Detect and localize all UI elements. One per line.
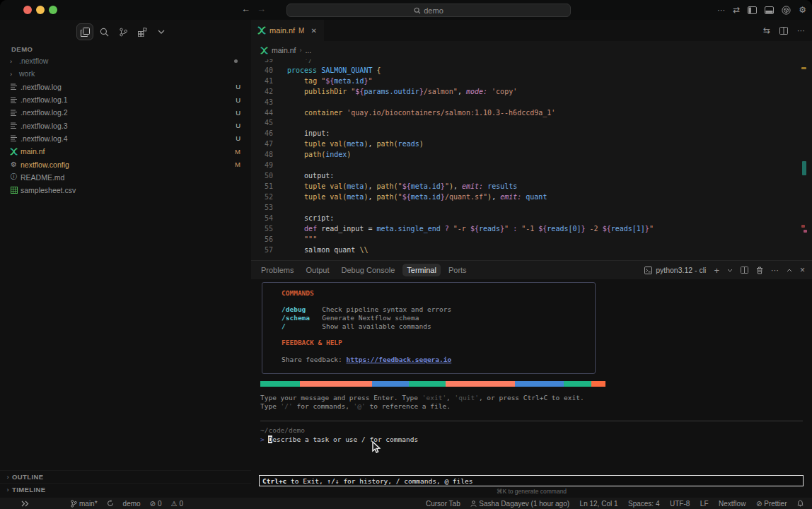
panel-close-icon[interactable]: × (800, 265, 805, 275)
code-line-49: 49 (251, 160, 812, 170)
new-terminal-icon[interactable]: + (714, 265, 719, 276)
outline-section[interactable]: ›OUTLINE (0, 470, 251, 483)
status-sync[interactable] (107, 500, 114, 507)
traffic-light-close[interactable] (23, 6, 32, 14)
config-gear-icon: ⚙ (11, 160, 17, 168)
panel-tab-terminal[interactable]: Terminal (402, 264, 441, 276)
status-lf[interactable]: LF (700, 500, 709, 508)
cube-icon[interactable] (782, 6, 791, 15)
overview-mark-red1 (801, 225, 805, 228)
git-badge: U (236, 134, 240, 142)
panel-tab-ports[interactable]: Ports (444, 264, 471, 276)
panel-tab-output[interactable]: Output (301, 264, 333, 276)
sync-arrows-icon[interactable]: ⇄ (733, 5, 740, 15)
file-row-nextflow-config[interactable]: ⚙nextflow.configM (0, 158, 251, 170)
code-line-57: 57 salmon quant \\ (251, 245, 812, 255)
code-line-52: 52 tuple val(meta), path("${meta.id}/qua… (251, 192, 812, 202)
code-line-51: 51 tuple val(meta), path("${meta.id}"), … (251, 181, 812, 192)
csv-table-icon (11, 187, 18, 194)
breadcrumb[interactable]: main.nf › ... (251, 41, 812, 59)
history-forward-icon[interactable]: → (257, 4, 266, 14)
code-line-50: 50 output: (251, 170, 812, 181)
search-view-icon[interactable] (95, 23, 112, 40)
file-row--nextflow-log-1[interactable]: .nextflow.log.1U (0, 93, 251, 106)
traffic-light-maximize[interactable] (49, 6, 57, 14)
traffic-light-minimize[interactable] (36, 6, 45, 14)
folder-chevron-icon: › (10, 70, 16, 78)
tab-main-nf[interactable]: main.nf M ✕ (251, 20, 324, 41)
terminal-hint-line2: Type '/' for commands, '@' to reference … (260, 402, 451, 410)
command-center-search[interactable]: demo (286, 4, 571, 17)
compare-icon[interactable]: ⇆ (763, 25, 770, 35)
feedback-link[interactable]: https://feedback.seqera.io (347, 356, 452, 363)
status-spaces-4[interactable]: Spaces: 4 (628, 500, 659, 508)
timeline-section[interactable]: ›TIMELINE (0, 483, 251, 496)
status-bell[interactable] (797, 500, 804, 507)
status-ln-12-col-1[interactable]: Ln 12, Col 1 (580, 500, 618, 508)
bottom-panel: ProblemsOutputDebug ConsoleTerminalPorts… (251, 260, 812, 498)
file-row--nextflow-log-3[interactable]: .nextflow.log.3U (0, 119, 251, 131)
split-editor-icon[interactable] (779, 27, 788, 35)
toggle-panel-icon[interactable] (765, 6, 774, 14)
tab-close-icon[interactable]: ✕ (311, 27, 316, 35)
source-control-view-icon[interactable] (115, 23, 132, 40)
shell-session-label[interactable]: python3.12 - cli (644, 266, 706, 274)
git-badge: U (236, 122, 240, 129)
breadcrumb-file[interactable]: main.nf (272, 46, 296, 54)
status-utf-8[interactable]: UTF-8 (670, 500, 690, 508)
explorer-section-title[interactable]: DEMO (11, 45, 33, 53)
history-back-icon[interactable]: ← (241, 4, 250, 14)
split-terminal-icon[interactable] (741, 267, 748, 274)
status-nextflow[interactable]: Nextflow (719, 500, 746, 508)
folder-chevron-icon: › (10, 57, 16, 65)
terminal-dropdown-icon[interactable] (727, 269, 733, 272)
file-row--nextflow[interactable]: ›.nextflow (0, 54, 251, 67)
explorer-view-icon[interactable] (76, 23, 93, 40)
code-editor[interactable]: 39 */40process SALMON_QUANT {41 tag "${m… (251, 59, 812, 280)
file-row--nextflow-log[interactable]: .nextflow.logU (0, 81, 251, 93)
code-line-42: 42 publishDir "${params.outdir}/salmon",… (251, 86, 812, 97)
log-file-icon (10, 134, 18, 142)
code-line-41: 41 tag "${meta.id}" (251, 76, 812, 86)
panel-tab-problems[interactable]: Problems (257, 264, 298, 276)
feedback-link-row[interactable]: Share feedback: https://feedback.seqera.… (282, 356, 595, 364)
file-row-README-md[interactable]: ⓘREADME.md (0, 171, 251, 184)
panel-tab-debug-console[interactable]: Debug Console (337, 264, 400, 276)
status-remote[interactable] (21, 501, 29, 507)
log-file-icon (10, 83, 18, 90)
terminal-cwd: ~/code/demo (260, 426, 305, 434)
settings-gear-icon[interactable]: ⚙ (799, 5, 806, 15)
breadcrumb-more[interactable]: ... (305, 46, 311, 54)
file-row-work[interactable]: ›work (0, 67, 251, 80)
editor-more-icon[interactable]: ⋯ (797, 26, 805, 35)
file-row-samplesheet-csv[interactable]: samplesheet.csv (0, 184, 251, 197)
status-prettier[interactable]: ⊘Prettier (756, 500, 787, 508)
titlebar: ← → demo ⋯ ⇄ ⚙ (0, 0, 812, 20)
help-command-row: /debug Check pipeline syntax and errors (282, 305, 595, 314)
status-main[interactable]: main* (71, 500, 98, 508)
rainbow-progress-bar (260, 381, 605, 387)
status-sasha-dagayev-1-hour-ago[interactable]: Sasha Dagayev (1 hour ago) (470, 500, 569, 508)
status-demo[interactable]: demo (123, 500, 141, 508)
file-row-main-nf[interactable]: main.nfM (0, 145, 251, 158)
file-row--nextflow-log-2[interactable]: .nextflow.log.2U (0, 106, 251, 119)
terminal-prompt[interactable]: > Describe a task or use / for commands (260, 435, 418, 443)
help-title-commands: COMMANDS (282, 289, 595, 298)
terminal-content[interactable]: COMMANDS /debug Check pipeline syntax an… (251, 279, 812, 498)
file-row--nextflow-log-4[interactable]: .nextflow.log.4U (0, 132, 251, 145)
panel-more-icon[interactable]: ⋯ (771, 266, 779, 275)
status-cursor-tab[interactable]: Cursor Tab (426, 500, 460, 508)
more-actions-icon[interactable]: ⋯ (717, 6, 725, 15)
git-badge: U (236, 83, 240, 90)
views-chevron-icon[interactable] (153, 23, 170, 40)
code-line-46: 46 input: (251, 128, 812, 139)
terminal-icon (644, 267, 652, 274)
panel-maximize-icon[interactable] (787, 269, 792, 272)
status-0[interactable]: ⊘0 (150, 500, 162, 508)
toggle-sidebar-icon[interactable] (748, 6, 757, 14)
code-line-48: 48 path(index) (251, 149, 812, 160)
kill-terminal-icon[interactable] (756, 267, 763, 274)
status-0[interactable]: ⚠0 (171, 500, 184, 508)
modified-dot (234, 59, 238, 63)
extensions-view-icon[interactable] (134, 23, 151, 40)
